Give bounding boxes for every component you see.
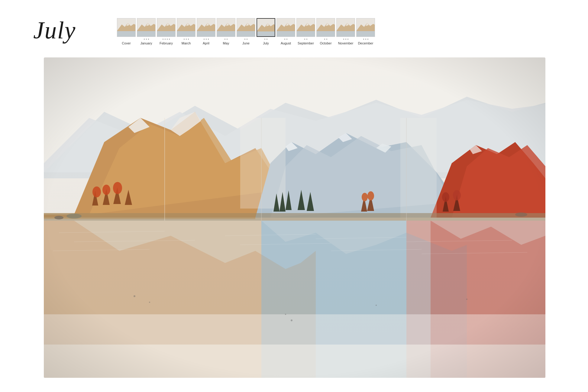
thumbnail-december[interactable]: December <box>356 18 376 45</box>
thumbnail-dots-april <box>204 37 209 40</box>
thumbnail-label-may: May <box>223 41 229 45</box>
thumbnail-august[interactable]: August <box>276 18 296 45</box>
thumbnail-label-december: December <box>358 41 373 45</box>
thumbnail-november[interactable]: November <box>336 18 356 45</box>
svg-marker-34 <box>277 31 295 37</box>
thumbnail-label-august: August <box>281 41 291 45</box>
thumbnail-label-july: July <box>263 41 269 45</box>
thumbnail-img-october <box>316 18 335 37</box>
thumbnail-dots-november <box>343 37 348 40</box>
thumbnail-img-december <box>356 18 375 37</box>
svg-marker-6 <box>137 31 156 37</box>
thumbnail-label-june: June <box>242 41 250 45</box>
thumbnail-january[interactable]: January <box>136 18 156 45</box>
landscape-svg <box>44 57 545 378</box>
main-canvas <box>44 57 545 378</box>
thumbnail-img-april <box>197 18 215 37</box>
thumbnail-img-cover <box>117 18 136 37</box>
svg-marker-30 <box>257 31 275 37</box>
thumbnail-february[interactable]: February <box>156 18 176 45</box>
title-area: July <box>33 17 76 44</box>
svg-marker-14 <box>177 31 195 37</box>
svg-rect-122 <box>44 57 545 378</box>
thumbnail-img-january <box>137 18 156 37</box>
thumbnail-july[interactable]: July <box>256 18 276 45</box>
svg-marker-22 <box>217 31 235 37</box>
thumbnail-dots-december <box>363 37 368 40</box>
thumbnail-label-february: February <box>160 41 173 45</box>
svg-marker-50 <box>357 31 375 37</box>
svg-marker-18 <box>197 31 215 37</box>
thumbnail-label-april: April <box>203 41 209 45</box>
thumbnail-dots-july <box>264 37 267 40</box>
thumbnail-dots-march <box>184 37 189 40</box>
thumbnail-dots-january <box>144 37 149 40</box>
thumbnail-dots-august <box>284 37 287 40</box>
thumbnail-label-cover: Cover <box>122 41 131 45</box>
thumbnail-label-november: November <box>338 41 354 45</box>
thumbnail-label-january: January <box>140 41 152 45</box>
thumbnail-march[interactable]: March <box>176 18 196 45</box>
thumbnail-img-july <box>257 18 275 37</box>
thumbnail-dots-may <box>225 37 228 40</box>
thumbnail-may[interactable]: May <box>216 18 236 45</box>
thumbnail-strip: Cover January February March April May <box>116 18 376 45</box>
thumbnail-img-september <box>296 18 315 37</box>
svg-marker-26 <box>237 31 255 37</box>
svg-marker-38 <box>297 31 315 37</box>
thumbnail-september[interactable]: September <box>296 18 316 45</box>
thumbnail-img-june <box>237 18 255 37</box>
thumbnail-img-november <box>336 18 355 37</box>
thumbnail-img-august <box>276 18 295 37</box>
thumbnail-dots-october <box>324 37 327 40</box>
thumbnail-dots-february <box>163 37 170 40</box>
thumbnail-img-may <box>217 18 235 37</box>
thumbnail-label-october: October <box>320 41 331 45</box>
svg-marker-2 <box>117 31 136 37</box>
svg-marker-42 <box>317 31 335 37</box>
thumbnail-dots-september <box>304 37 307 40</box>
thumbnail-label-september: September <box>298 41 314 45</box>
svg-marker-10 <box>157 31 176 37</box>
thumbnail-img-march <box>177 18 195 37</box>
thumbnail-img-february <box>157 18 176 37</box>
thumbnail-label-march: March <box>182 41 191 45</box>
thumbnail-april[interactable]: April <box>196 18 216 45</box>
thumbnail-june[interactable]: June <box>236 18 256 45</box>
thumbnail-dots-june <box>244 37 247 40</box>
svg-marker-46 <box>337 31 355 37</box>
thumbnail-cover[interactable]: Cover <box>116 18 136 45</box>
thumbnail-october[interactable]: October <box>316 18 336 45</box>
page-title: July <box>33 17 76 44</box>
